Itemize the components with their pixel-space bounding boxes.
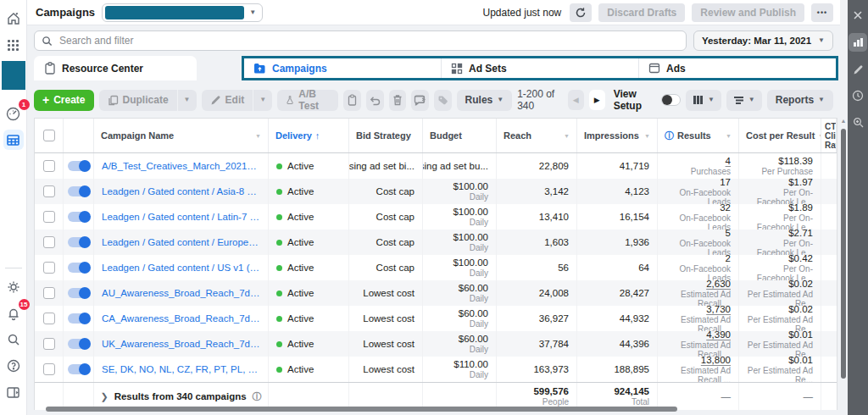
reports-button[interactable]: Reports ▼ <box>767 90 833 111</box>
campaign-status-toggle[interactable] <box>68 186 90 196</box>
campaign-name-link[interactable]: Leadgen / Gated content / Asia-8 v1 (AL) <box>102 186 260 196</box>
campaigns-table-icon[interactable] <box>3 130 24 150</box>
ab-test-button[interactable]: A/B Test <box>277 90 338 111</box>
global-search-icon[interactable] <box>3 329 24 350</box>
results-value[interactable]: 4 <box>726 156 731 167</box>
edit-panel-icon[interactable] <box>849 61 866 78</box>
edit-dropdown-caret[interactable]: ▼ <box>253 90 272 111</box>
home-icon[interactable] <box>3 8 24 29</box>
column-header-bid[interactable]: Bid Strategy <box>349 119 423 152</box>
edit-button[interactable]: Edit <box>202 90 253 111</box>
history-clock-icon[interactable] <box>849 87 866 104</box>
horizontal-scrollbar[interactable] <box>34 407 837 412</box>
results-value[interactable]: 4,390 <box>706 331 731 340</box>
next-page-button[interactable]: ▶ <box>589 90 605 110</box>
select-all-checkbox[interactable] <box>43 130 55 141</box>
column-header-budget[interactable]: Budget <box>423 119 497 152</box>
columns-button[interactable]: ▼ <box>686 90 721 111</box>
breakdown-button[interactable]: ▼ <box>726 90 762 111</box>
refresh-button[interactable] <box>570 3 592 22</box>
row-checkbox[interactable] <box>43 160 55 172</box>
search-and-filter-box[interactable] <box>34 30 687 51</box>
row-checkbox[interactable] <box>43 262 55 274</box>
campaign-status-toggle[interactable] <box>68 339 90 349</box>
results-value[interactable]: 3,730 <box>706 306 731 315</box>
notifications-bell-icon[interactable]: 15 <box>3 303 24 324</box>
search-input[interactable] <box>58 34 679 47</box>
collapse-sidebar-icon[interactable] <box>3 382 24 402</box>
ads-reporting-icon[interactable]: 1 <box>3 103 24 124</box>
tag-button[interactable] <box>434 90 452 111</box>
row-checkbox[interactable] <box>43 211 55 223</box>
help-icon[interactable] <box>3 356 24 376</box>
row-checkbox[interactable] <box>43 287 55 299</box>
column-header-ctr[interactable]: CTR Click Rate <box>821 119 837 152</box>
campaign-name-link[interactable]: CA_Awareness_Broad_Reach_7days <box>102 313 260 324</box>
campaign-status-toggle[interactable] <box>68 288 90 298</box>
vertical-scrollbar[interactable]: ▲ <box>840 117 847 409</box>
active-status-dot <box>276 189 282 195</box>
campaign-name-link[interactable]: Leadgen / Gated content / Latin-7 v1 (AL… <box>102 212 260 222</box>
row-checkbox[interactable] <box>43 185 55 197</box>
column-header-name[interactable]: Campaign Name▼ <box>94 119 269 152</box>
horizontal-scrollbar-thumb[interactable] <box>46 407 677 412</box>
date-range-selector[interactable]: Yesterday: Mar 11, 2021 ▼ <box>693 30 833 51</box>
business-logo-redacted[interactable] <box>2 61 25 90</box>
performance-chart-icon[interactable] <box>849 33 867 52</box>
campaign-name-link[interactable]: Leadgen / Gated content / US v1 (AL) <box>102 263 260 273</box>
paste-button[interactable] <box>343 90 361 111</box>
column-header-results[interactable]: ⓘResults▼ <box>658 119 739 152</box>
campaign-status-toggle[interactable] <box>68 364 90 374</box>
discard-drafts-button[interactable]: Discard Drafts <box>598 3 685 22</box>
previous-page-button[interactable]: ◀ <box>568 90 584 110</box>
row-checkbox[interactable] <box>43 363 55 375</box>
vertical-scrollbar-thumb[interactable] <box>841 129 846 379</box>
campaign-status-toggle[interactable] <box>68 237 90 247</box>
campaign-name-link[interactable]: A/B_Test_Creatives_March_2021_US_Broad_.… <box>102 161 260 171</box>
duplicate-button[interactable]: Duplicate <box>99 90 177 111</box>
column-header-impressions[interactable]: Impressions▼ <box>577 119 658 152</box>
settings-gear-icon[interactable] <box>3 277 24 297</box>
tab-ads[interactable]: Ads <box>639 58 836 78</box>
cost-per-result-type: Per Estimated Ad Re... <box>747 315 813 332</box>
column-header-cost[interactable]: Cost per Result▼ <box>739 119 821 152</box>
view-setup-toggle[interactable] <box>661 94 681 106</box>
account-selector[interactable]: ▼ <box>102 3 263 22</box>
scroll-up-icon[interactable]: ▲ <box>840 117 847 125</box>
campaign-name-link[interactable]: AU_Awareness_Broad_Reach_7days <box>102 288 260 298</box>
rules-button[interactable]: Rules ▼ <box>457 90 513 111</box>
results-cell: 2On-Facebook Leads <box>658 255 739 280</box>
row-checkbox[interactable] <box>43 236 55 248</box>
campaign-status-toggle[interactable] <box>68 161 90 171</box>
info-icon[interactable]: ⓘ <box>665 131 674 141</box>
apps-menu-icon[interactable] <box>3 35 24 55</box>
impressions-value: 41,719 <box>620 161 649 172</box>
more-options-button[interactable]: ••• <box>811 3 833 22</box>
undo-button[interactable] <box>366 90 384 111</box>
campaign-name-link[interactable]: UK_Awareness_Broad_Reach_7days <box>102 339 260 349</box>
close-panel-icon[interactable] <box>849 7 866 24</box>
create-button[interactable]: + Create <box>34 90 94 111</box>
summary-label: Results from 340 campaigns <box>114 391 247 401</box>
info-icon[interactable]: ⓘ <box>253 392 262 401</box>
results-value[interactable]: 13,800 <box>701 357 731 366</box>
duplicate-dropdown-caret[interactable]: ▼ <box>178 90 197 111</box>
delete-button[interactable] <box>389 90 407 111</box>
tab-ad-sets[interactable]: Ad Sets <box>442 58 639 78</box>
results-value[interactable]: 2,630 <box>706 280 731 290</box>
campaign-status-toggle[interactable] <box>68 263 90 273</box>
campaign-status-toggle[interactable] <box>68 313 90 324</box>
review-and-publish-button[interactable]: Review and Publish <box>692 3 804 22</box>
tab-resource-center[interactable]: Resource Center <box>34 56 197 80</box>
column-header-delivery[interactable]: Delivery↑ <box>269 119 349 152</box>
row-checkbox[interactable] <box>43 313 55 324</box>
row-checkbox[interactable] <box>43 338 55 350</box>
campaign-status-toggle[interactable] <box>68 212 90 222</box>
zoom-search-icon[interactable] <box>849 113 866 130</box>
column-header-reach[interactable]: Reach▼ <box>497 119 577 152</box>
campaign-name-link[interactable]: SE, DK, NO, NL, CZ, FR, PT, PL, IT_Aware… <box>102 364 260 374</box>
feedback-button[interactable] <box>411 90 429 111</box>
bid-strategy-cell: Lowest cost <box>349 306 423 331</box>
tab-campaigns[interactable]: Campaigns <box>244 58 442 78</box>
campaign-name-link[interactable]: Leadgen / Gated content / Europe-25 v1 (… <box>102 237 260 247</box>
